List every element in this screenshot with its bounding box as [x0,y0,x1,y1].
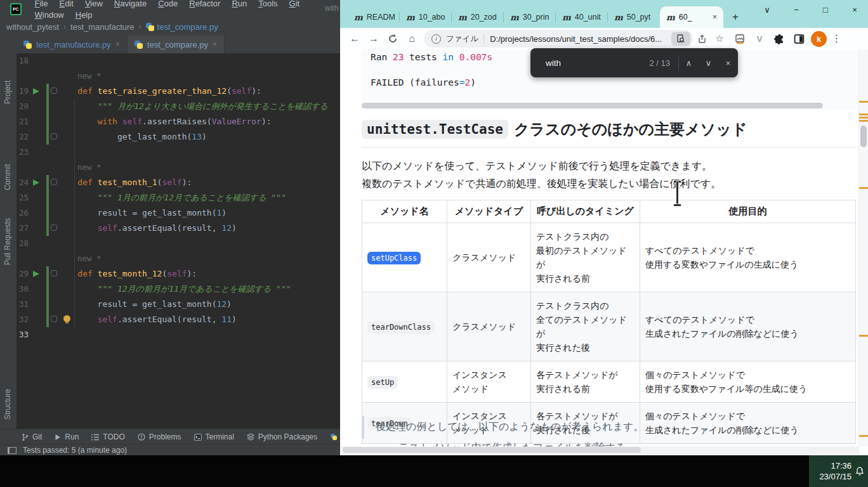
menu-item-git[interactable]: Git [284,0,306,8]
back-icon[interactable]: ← [345,33,364,44]
menu-item-help[interactable]: Help [70,10,98,20]
code-line: new * [16,68,340,84]
fold-icon[interactable] [51,88,57,94]
toolbar-button-python-packages[interactable]: Python Packages [247,432,317,441]
page-vertical-scrollbar[interactable] [858,49,868,446]
breadcrumb-item-file[interactable]: test_compare.py [146,22,218,32]
browser-tab-readm[interactable]: mREADM [348,6,400,28]
address-bar[interactable]: i ファイル D:/projects/lessons/unit_test_sam… [424,30,693,48]
notification-bell-icon[interactable]: z [855,466,865,476]
fold-icon[interactable] [51,133,57,140]
browser-tab-20_zod[interactable]: m20_zod [452,6,504,28]
toolbar-button-git[interactable]: Git [22,432,42,441]
new-tab-button[interactable]: + [723,6,747,28]
code-editor[interactable]: 18new *19 def test_raise_greater_than_12… [16,53,340,429]
toolbar-button-todo[interactable]: TODO [91,432,124,441]
vimium-icon[interactable]: V [751,34,768,44]
run-test-icon[interactable] [33,271,39,277]
vcs-change-bar [46,282,49,297]
url-text[interactable]: D:/projects/lessons/unit_test_samples/do… [490,34,671,44]
toolbar-button-python-console[interactable]: Python Console [330,432,340,441]
find-match-marker [859,187,868,189]
extensions-puzzle-icon[interactable] [771,34,787,44]
stripe-item-structure[interactable]: Structure [3,389,12,420]
method-name-chip[interactable]: setUpClass [367,252,421,264]
profile-avatar[interactable]: k [811,31,827,47]
fold-icon[interactable] [51,224,57,231]
browser-tab-50_pyt[interactable]: m50_pyt [608,6,660,28]
browser-tab-30_prin[interactable]: m30_prin [504,6,556,28]
find-previous-icon[interactable]: ∧ [679,58,699,68]
fold-icon[interactable] [51,179,57,185]
window-control-close[interactable]: × [849,3,860,16]
breadcrumb-item-package[interactable]: test_manufacture [70,22,134,32]
menu-item-file[interactable]: File [29,0,54,8]
side-panel-icon[interactable] [791,34,807,44]
run-test-icon[interactable] [33,179,39,186]
status-bar: Tests passed: 5 (a minute ago) [0,444,340,455]
menu-item-run[interactable]: Run [226,0,253,8]
window-control-tab-search[interactable]: ∨ [761,3,773,16]
menu-item-code[interactable]: Code [152,0,183,8]
browser-menu-icon[interactable]: ⋮ [832,33,841,44]
vscroll-thumb[interactable] [860,126,867,147]
line-number: 33 [19,330,29,339]
codeblock-hscroll-thumb[interactable] [362,103,823,108]
editor-tab-test_compare-py[interactable]: test_compare.py× [128,36,225,53]
menu-item-tools[interactable]: Tools [253,0,283,8]
share-icon[interactable] [693,34,711,44]
window-control-maximize[interactable]: □ [820,3,831,16]
find-match-marker [859,101,868,103]
menu-item-view[interactable]: View [79,0,109,8]
git-icon [22,433,29,441]
close-icon[interactable]: × [213,40,217,49]
line-number: 26 [19,208,29,218]
code-line-23: 23 [16,145,340,160]
menu-item-refactor[interactable]: Refactor [183,0,226,8]
reload-icon[interactable] [383,34,402,44]
editor-tab-test_manufacture-py[interactable]: test_manufacture.py× [16,36,128,53]
browser-tab-10_abo[interactable]: m10_abo [400,6,452,28]
taskbar-clock[interactable]: 17:36 23/07/15 z [809,455,868,487]
home-icon[interactable]: ⌂ [402,33,421,44]
code-text: get_last_month(13) [58,129,207,145]
menu-item-navigate[interactable]: Navigate [109,0,152,8]
stripe-item-project[interactable]: Project [3,81,12,104]
intro-paragraph: 以下のメソッドを使って、テストメソッド前後で行う処理を定義できます。 複数のテス… [362,157,721,193]
browser-tab-60_[interactable]: m60_× [660,6,723,28]
hscroll-thumb[interactable] [343,447,641,453]
extension-screenshot-icon[interactable] [732,34,748,44]
fold-icon[interactable] [51,316,57,322]
stripe-item-pull-requests[interactable]: Pull Requests [3,218,12,265]
layout-icon[interactable] [8,447,16,454]
run-test-icon[interactable] [33,88,39,94]
stripe-item-commit[interactable]: Commit [3,164,12,190]
find-query[interactable]: with [546,58,649,68]
find-in-page-indicator-icon[interactable] [671,32,690,46]
bookmark-star-icon[interactable]: ☆ [711,33,728,44]
close-icon[interactable]: × [115,40,120,49]
breadcrumb-item-project[interactable]: without_pytest [6,22,59,32]
breadcrumb-separator: › [139,22,141,31]
code-text: """ 12月の前月が11月であることを確認する """ [58,282,291,297]
toolbar-button-problems[interactable]: Problems [138,432,181,441]
find-close-icon[interactable]: × [718,58,738,68]
find-match-marker [859,335,868,337]
page-horizontal-scrollbar[interactable] [341,446,859,454]
method-name-cell: tearDownClass [362,292,447,361]
method-name-chip[interactable]: setUp [367,376,398,389]
browser-tab-40_unit[interactable]: m40_unit [556,6,608,28]
run-icon [55,434,61,441]
toolbar-button-run[interactable]: Run [55,432,79,441]
forward-icon[interactable]: → [364,33,383,44]
table-row: tearDownClassクラスメソッドテストクラス内の 全てのテストメソッドが… [362,292,856,361]
find-next-icon[interactable]: ∨ [699,58,718,68]
method-name-chip[interactable]: tearDownClass [367,321,435,334]
menu-item-edit[interactable]: Edit [53,0,79,8]
toolbar-button-terminal[interactable]: Terminal [194,432,234,441]
window-control-minimize[interactable]: − [791,3,802,16]
page-info-icon[interactable]: i [431,34,441,44]
tab-close-icon[interactable]: × [713,13,717,22]
fold-icon[interactable] [51,270,57,276]
menu-item-window[interactable]: Window [29,10,70,20]
